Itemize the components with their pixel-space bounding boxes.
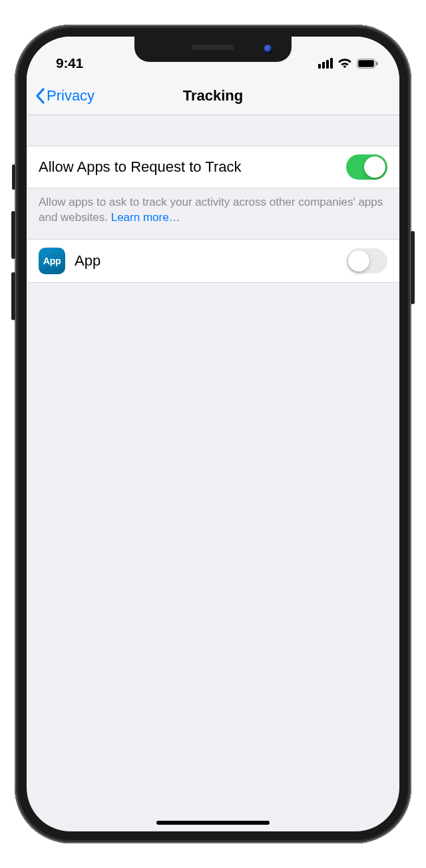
screen: 9:41 Privacy Tracking Allow Apps to Requ… [27,37,399,831]
section-footer: Allow apps to ask to track your activity… [27,188,399,239]
toggle-app-tracking[interactable] [346,248,387,274]
speaker-grille [192,45,234,50]
back-button[interactable]: Privacy [35,77,95,114]
chevron-left-icon [35,88,45,104]
learn-more-link[interactable]: Learn more… [111,211,180,224]
navigation-bar: Privacy Tracking [27,77,399,115]
row-allow-tracking-label: Allow Apps to Request to Track [39,158,337,176]
apps-list: AppApp [27,239,399,283]
back-label: Privacy [47,87,95,105]
status-time: 9:41 [56,55,83,71]
cellular-icon [318,58,333,69]
notch [134,37,292,62]
home-indicator[interactable] [156,821,270,825]
svg-rect-1 [358,60,374,67]
section-spacer [27,115,399,146]
power-button [411,231,415,304]
toggle-allow-tracking[interactable] [346,154,387,180]
front-camera [264,45,273,54]
app-row: AppApp [27,239,399,283]
battery-icon [357,59,378,69]
page-title: Tracking [183,87,243,105]
row-allow-tracking: Allow Apps to Request to Track [27,146,399,188]
wifi-icon [337,58,352,69]
mute-switch [12,164,15,190]
status-icons [318,58,378,69]
footer-text: Allow apps to ask to track your activity… [39,196,383,224]
app-icon: App [39,248,65,274]
volume-up-button [11,211,15,259]
phone-frame: 9:41 Privacy Tracking Allow Apps to Requ… [15,25,411,843]
svg-rect-2 [376,61,378,65]
volume-down-button [11,272,15,320]
app-name-label: App [75,252,337,270]
